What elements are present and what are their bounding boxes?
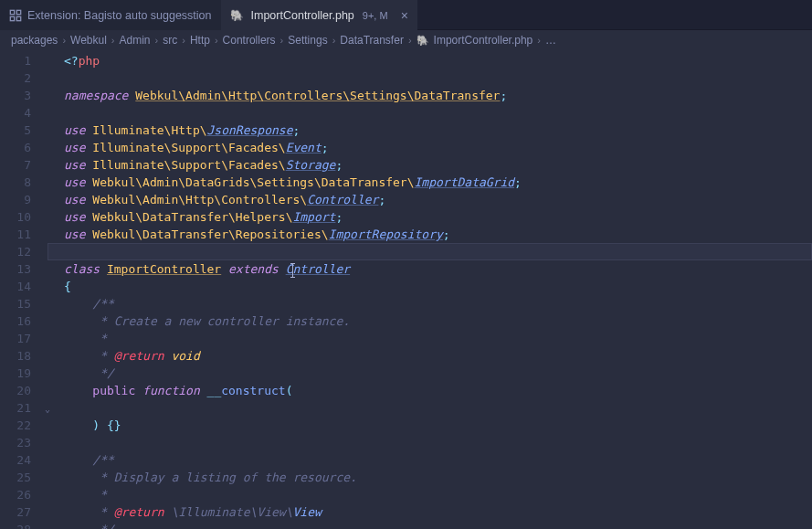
tab-label: Extension: Bagisto auto suggesstion [27,9,212,22]
chevron-right-icon: › [280,35,284,46]
chevron-right-icon: › [155,35,159,46]
crumb[interactable]: DataTransfer [340,34,404,47]
chevron-right-icon: › [408,35,412,46]
svg-rect-3 [16,16,20,20]
close-icon[interactable]: × [401,9,408,22]
tab-import-controller[interactable]: 🐘 ImportController.php 9+, M × [221,0,417,30]
crumb[interactable]: Controllers [223,34,276,47]
chevron-right-icon: › [62,35,66,46]
extension-icon [9,9,22,22]
php-file-icon: 🐘 [230,9,244,22]
php-file-icon: 🐘 [417,35,429,47]
crumb[interactable]: Webkul [70,34,107,47]
crumb[interactable]: Http [190,34,210,47]
crumb: … [545,34,556,47]
chevron-right-icon: › [182,35,185,46]
editor[interactable]: 12345 678910 1112131415 1617181920 21222… [0,50,812,529]
crumb[interactable]: Settings [288,34,327,47]
code-area[interactable]: <?php namespace Webkul\Admin\Http\Contro… [47,50,812,529]
chevron-right-icon: › [111,35,115,46]
chevron-right-icon: › [332,35,336,46]
tab-extension[interactable]: Extension: Bagisto auto suggesstion [0,0,221,30]
crumb[interactable]: ImportController.php [434,34,533,47]
crumb[interactable]: Admin [120,34,151,47]
chevron-right-icon: › [537,35,541,46]
tab-bar: Extension: Bagisto auto suggesstion 🐘 Im… [0,0,812,30]
tab-suffix: 9+, M [363,10,388,21]
crumb[interactable]: src [163,34,177,47]
breadcrumb: packages› Webkul› Admin› src› Http› Cont… [0,30,812,50]
svg-rect-2 [10,16,14,20]
svg-rect-1 [16,10,20,14]
crumb[interactable]: packages [11,34,58,47]
tab-label: ImportController.php [251,9,354,22]
line-gutter: 12345 678910 1112131415 1617181920 21222… [0,50,47,529]
active-line [47,243,812,260]
svg-rect-0 [10,10,14,14]
chevron-right-icon: › [215,35,218,46]
